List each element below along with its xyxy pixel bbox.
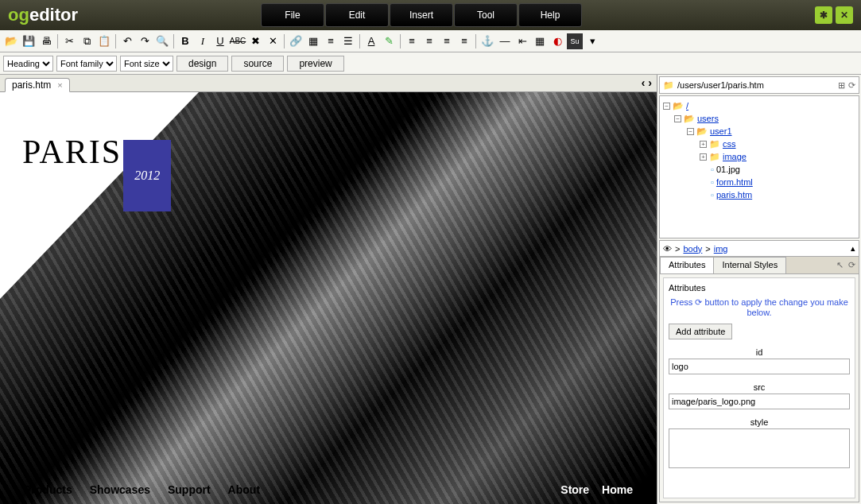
tab-prev-icon[interactable]: ‹ [642, 76, 646, 89]
eye-icon[interactable]: 👁 [663, 244, 672, 254]
dom-breadcrumb: 👁 > body > img ▴ [660, 241, 859, 257]
view-source-button[interactable]: source [231, 56, 284, 72]
panel-title: Attributes [669, 283, 850, 293]
document-tab[interactable]: paris.htm × [5, 78, 70, 92]
highlight-icon[interactable]: ✎ [381, 33, 397, 49]
unordered-list-icon[interactable]: ☰ [340, 33, 356, 49]
close-icon[interactable]: ✕ [836, 6, 853, 24]
table-icon[interactable]: ▦ [305, 33, 321, 49]
breadcrumb-body[interactable]: body [683, 244, 702, 254]
heading-select[interactable]: Heading [3, 56, 53, 72]
grid-icon[interactable]: ▦ [532, 33, 548, 49]
caret-icon[interactable]: ▴ [851, 243, 855, 254]
expand-icon[interactable]: + [700, 153, 707, 161]
tree-root[interactable]: / [686, 101, 688, 110]
open-icon[interactable]: 📂 [3, 33, 19, 49]
src-input[interactable] [669, 394, 850, 409]
cut-icon[interactable]: ✂ [61, 33, 77, 49]
clear-icon[interactable]: ✕ [265, 33, 281, 49]
undo-icon[interactable]: ↶ [119, 33, 135, 49]
nav-support[interactable]: Support [168, 483, 211, 496]
align-right-icon[interactable]: ≡ [439, 33, 455, 49]
sub-icon[interactable]: Su [567, 33, 583, 49]
toggle-icon[interactable]: ◐ [549, 33, 565, 49]
hr-icon[interactable]: — [497, 33, 513, 49]
tree-users[interactable]: users [697, 114, 719, 123]
site-nav: Products Showcases Support About Store H… [24, 483, 633, 496]
expand-icon[interactable]: ⊞ [838, 80, 845, 91]
folder-open-icon: 📂 [684, 114, 695, 124]
find-icon[interactable]: 🔍 [154, 33, 170, 49]
align-left-icon[interactable]: ≡ [404, 33, 420, 49]
app-logo: ogeditor [8, 5, 78, 25]
file-tree[interactable]: −📂/ −📂users −📂user1 +📁css +📁image ▫01.jp… [659, 95, 859, 238]
tree-image[interactable]: image [723, 152, 747, 161]
font-size-select[interactable]: Font size [120, 56, 173, 72]
anchor-icon[interactable]: ⚓ [479, 33, 495, 49]
menu-help[interactable]: Help [518, 3, 582, 27]
folder-icon: 📁 [663, 80, 674, 91]
text-color-icon[interactable]: A [363, 33, 379, 49]
copy-icon[interactable]: ⧉ [79, 33, 95, 49]
link-icon[interactable]: 🔗 [288, 33, 304, 49]
collapse-icon[interactable]: − [674, 115, 681, 122]
add-attribute-button[interactable]: Add attribute [669, 324, 732, 339]
redo-icon[interactable]: ↷ [137, 33, 153, 49]
save-icon[interactable]: 💾 [21, 33, 37, 49]
tab-internal-styles[interactable]: Internal Styles [713, 257, 786, 273]
align-center-icon[interactable]: ≡ [421, 33, 437, 49]
folder-icon: 📁 [709, 152, 720, 162]
menu-file[interactable]: File [261, 3, 324, 27]
folder-open-icon: 📂 [673, 101, 684, 111]
nav-store[interactable]: Store [560, 483, 589, 496]
menu-insert[interactable]: Insert [390, 3, 453, 27]
refresh-icon[interactable]: ⟳ [848, 80, 855, 91]
chevron-down-icon[interactable]: ▾ [584, 33, 600, 49]
breadcrumb-img[interactable]: img [714, 244, 728, 254]
font-family-select[interactable]: Font family [56, 56, 117, 72]
nav-showcases[interactable]: Showcases [90, 483, 150, 496]
ordered-list-icon[interactable]: ≡ [323, 33, 339, 49]
apply-hint-icon: ⟳ [695, 297, 702, 307]
nav-home[interactable]: Home [602, 483, 633, 496]
align-justify-icon[interactable]: ≡ [456, 33, 472, 49]
collapse-icon[interactable]: − [687, 128, 694, 135]
strike-icon[interactable]: ABC [230, 33, 246, 49]
id-input[interactable] [669, 359, 850, 374]
view-design-button[interactable]: design [176, 56, 228, 72]
panel-hint: Press ⟳ button to apply the change you m… [669, 297, 850, 317]
design-canvas[interactable]: PARIS 2012 Products Showcases Support Ab… [0, 92, 657, 504]
cursor-icon[interactable]: ↖ [836, 260, 844, 270]
page-logo[interactable]: PARIS 2012 [22, 116, 171, 188]
tree-css[interactable]: css [723, 139, 736, 149]
style-input[interactable] [669, 428, 850, 468]
italic-icon[interactable]: I [195, 33, 211, 49]
tab-next-icon[interactable]: › [648, 76, 652, 89]
tree-file-form[interactable]: form.html [716, 177, 753, 187]
tree-user1[interactable]: user1 [710, 126, 732, 136]
logo-year-badge: 2012 [123, 140, 171, 211]
apply-icon[interactable]: ⟳ [848, 260, 855, 270]
remove-format-icon[interactable]: ✖ [247, 33, 263, 49]
indent-icon[interactable]: ⇤ [514, 33, 530, 49]
view-preview-button[interactable]: preview [287, 56, 343, 72]
file-path-bar: 📁 /users/user1/paris.htm ⊞ ⟳ [659, 76, 859, 94]
menu-tool[interactable]: Tool [454, 3, 518, 27]
nav-about[interactable]: About [228, 483, 260, 496]
bold-icon[interactable]: B [177, 33, 193, 49]
tree-file-paris[interactable]: paris.htm [716, 190, 752, 200]
print-icon[interactable]: 🖶 [38, 33, 54, 49]
tab-attributes[interactable]: Attributes [660, 257, 714, 273]
nav-products[interactable]: Products [24, 483, 72, 496]
folder-open-icon: 📂 [696, 126, 708, 137]
menu-edit[interactable]: Edit [325, 3, 389, 27]
paste-icon[interactable]: 📋 [96, 33, 112, 49]
tab-close-icon[interactable]: × [57, 80, 62, 90]
expand-icon[interactable]: + [700, 141, 707, 148]
id-label: id [669, 347, 850, 357]
collapse-icon[interactable]: − [663, 103, 670, 110]
underline-icon[interactable]: U [212, 33, 228, 49]
settings-icon[interactable]: ✱ [815, 6, 832, 24]
tree-file-01[interactable]: 01.jpg [716, 165, 740, 174]
style-label: style [669, 417, 850, 427]
